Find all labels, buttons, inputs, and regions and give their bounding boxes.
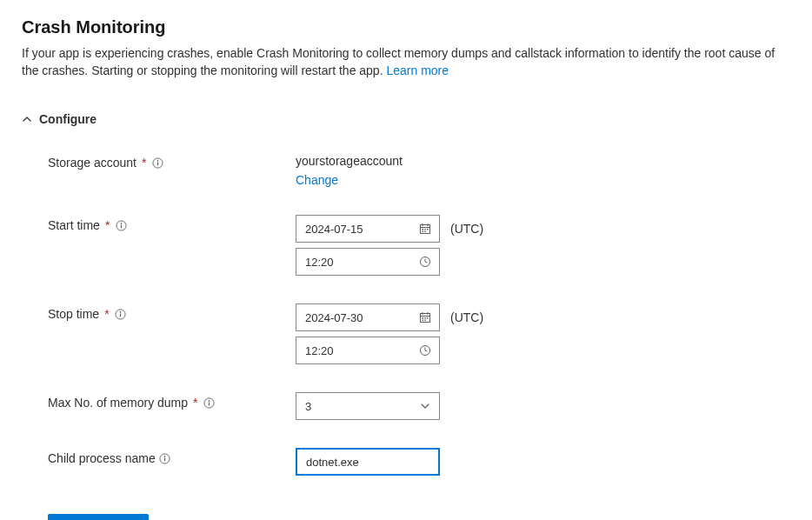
required-marker: * [104,307,109,321]
required-marker: * [142,156,146,170]
required-marker: * [105,218,110,232]
max-dump-label: Max No. of memory dump [48,396,188,410]
svg-rect-5 [121,224,122,228]
svg-rect-14 [424,231,426,233]
svg-rect-2 [157,162,158,165]
max-dump-row: Max No. of memory dump * 3 [48,392,790,420]
stop-tz-label: (UTC) [450,310,483,324]
calendar-icon[interactable] [418,310,432,324]
info-icon[interactable] [203,397,216,409]
start-tz-label: (UTC) [450,222,483,236]
svg-rect-29 [424,320,426,322]
learn-more-link[interactable]: Learn more [386,63,449,77]
child-process-input[interactable] [297,450,438,474]
info-icon[interactable] [159,452,171,464]
chevron-up-icon [22,114,32,124]
stop-time-input-wrap [296,337,440,364]
max-dump-value: 3 [296,400,320,413]
info-icon[interactable] [115,308,127,320]
info-icon[interactable] [115,219,127,231]
start-time-input-wrap [296,248,440,276]
clock-icon[interactable] [418,343,432,357]
svg-point-1 [157,160,159,162]
svg-rect-20 [120,313,121,317]
svg-rect-35 [209,402,210,405]
info-icon[interactable] [151,157,163,169]
stop-time-row: Stop time * (UTC) [48,303,790,364]
configure-section-header[interactable]: Configure [22,112,790,126]
svg-line-17 [425,262,428,263]
stop-time-label: Stop time [48,307,99,321]
svg-rect-11 [424,229,426,230]
page-title: Crash Monitoring [22,17,790,37]
page-description: If your app is experiencing crashes, ena… [22,44,787,79]
svg-point-4 [121,223,123,224]
svg-point-19 [120,311,122,313]
required-marker: * [193,396,197,410]
storage-account-row: Storage account * yourstorageaccount Cha… [48,152,790,187]
max-dump-select[interactable]: 3 [296,392,440,420]
change-storage-link[interactable]: Change [296,173,403,187]
start-date-input-wrap [296,215,440,243]
clock-icon[interactable] [418,255,432,269]
calendar-icon[interactable] [418,222,432,236]
svg-rect-27 [427,317,429,319]
svg-rect-25 [423,317,424,319]
stop-date-input-wrap [296,303,440,331]
storage-account-label: Storage account [48,156,136,170]
chevron-down-icon [420,401,430,411]
svg-rect-28 [423,320,424,322]
storage-account-value: yourstorageaccount [296,152,403,168]
svg-line-32 [425,350,428,351]
svg-rect-13 [423,231,424,233]
start-time-label: Start time [48,218,100,232]
svg-rect-12 [427,229,429,230]
svg-point-37 [164,456,166,457]
svg-rect-10 [423,229,424,230]
child-process-label: Child process name [48,451,156,465]
svg-point-34 [209,400,210,402]
child-process-input-wrap [296,448,440,476]
start-time-row: Start time * (UTC) [48,215,790,276]
start-monitor-button[interactable]: Start monitor [48,514,149,520]
svg-rect-26 [424,317,426,319]
child-process-row: Child process name [48,448,790,476]
configure-section-title: Configure [39,112,97,126]
svg-rect-38 [164,457,165,461]
